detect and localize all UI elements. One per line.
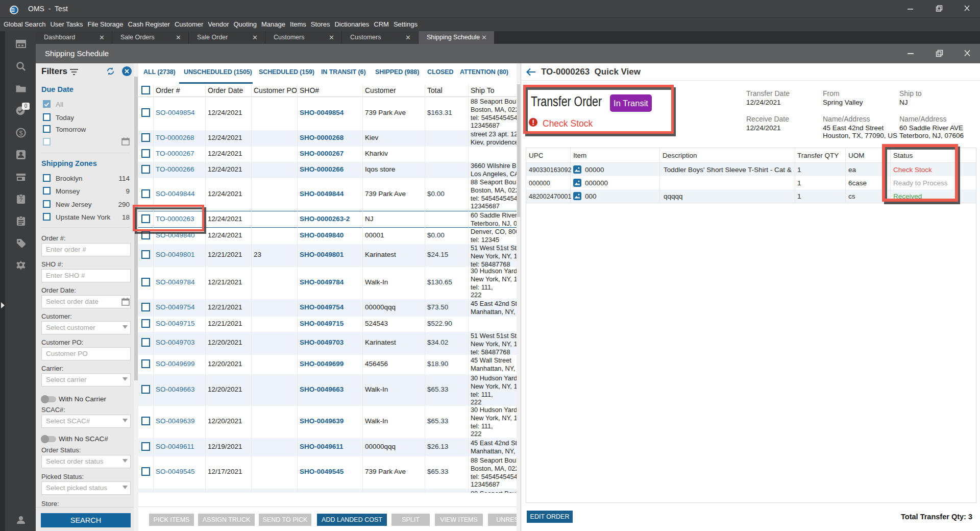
svg-text:$: $ bbox=[19, 129, 23, 137]
svg-text:?: ? bbox=[19, 197, 22, 203]
